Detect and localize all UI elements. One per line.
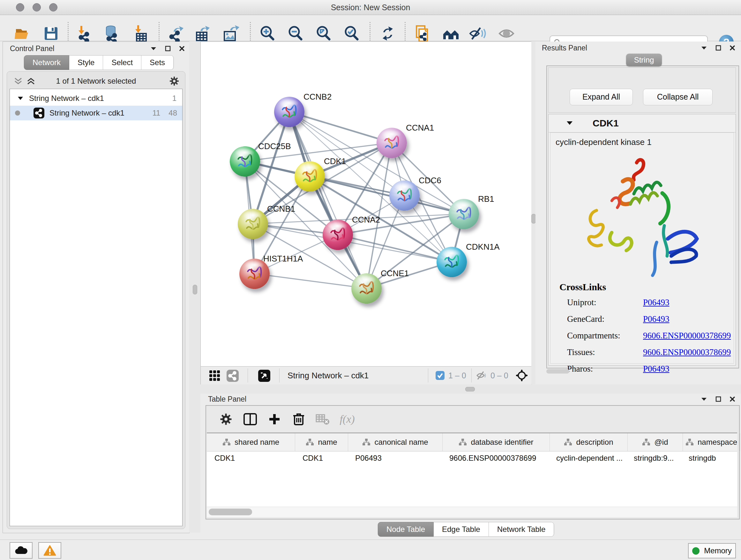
- network-node-CDKN1A[interactable]: [436, 247, 467, 277]
- network-edge[interactable]: [338, 235, 452, 262]
- expand-all-button[interactable]: Expand All: [569, 89, 633, 105]
- zoom-fit-icon[interactable]: [315, 24, 333, 43]
- tab-edge-table[interactable]: Edge Table: [434, 522, 489, 537]
- warnings-button[interactable]: [38, 542, 61, 559]
- float-panel-icon[interactable]: [701, 397, 707, 401]
- node-label-CCNB1: CCNB1: [267, 204, 295, 214]
- open-session-icon[interactable]: [13, 24, 31, 43]
- collapse-all-button[interactable]: Collapse All: [643, 89, 713, 105]
- right-splitter[interactable]: [531, 42, 536, 384]
- detach-view-icon[interactable]: [258, 370, 270, 382]
- close-panel-icon[interactable]: [730, 396, 735, 402]
- import-network-icon[interactable]: [75, 24, 92, 43]
- column-header-name[interactable]: name: [295, 433, 348, 451]
- network-row-selected[interactable]: String Network – cdk1 11 48: [10, 106, 182, 120]
- table-cell[interactable]: CDK1: [207, 451, 295, 466]
- tab-network[interactable]: Network: [24, 55, 69, 70]
- gene-card-header[interactable]: CDK1: [549, 114, 736, 132]
- zoom-selected-icon[interactable]: [343, 24, 360, 43]
- tab-style[interactable]: Style: [69, 55, 103, 70]
- column-header--id[interactable]: @id: [628, 433, 683, 451]
- maximize-panel-icon[interactable]: [716, 396, 721, 402]
- bottom-splitter[interactable]: [200, 384, 741, 394]
- crosslink-link[interactable]: P06493: [643, 364, 670, 374]
- home-icon[interactable]: [442, 24, 460, 43]
- show-all-icon[interactable]: [497, 24, 515, 43]
- network-view-icon[interactable]: [226, 370, 239, 382]
- close-panel-icon[interactable]: [179, 46, 185, 51]
- crosslink-link[interactable]: 9606.ENSP00000378699: [643, 331, 731, 341]
- table-row[interactable]: CDK1CDK1P064939606.ENSP00000378699cyclin…: [207, 451, 737, 466]
- crosslink-link[interactable]: P06493: [643, 298, 670, 307]
- network-options-gear-icon[interactable]: [169, 76, 179, 86]
- refresh-icon[interactable]: [379, 24, 397, 43]
- results-scrollbar[interactable]: [546, 369, 569, 374]
- network-canvas[interactable]: CCNB2 CCNA1 CDC25B CDK1: [200, 42, 532, 367]
- column-header-namespace[interactable]: namespace: [683, 433, 740, 451]
- table-cell[interactable]: stringdb: [681, 451, 738, 466]
- collection-expand-icon[interactable]: [17, 96, 23, 101]
- export-image-icon[interactable]: [222, 24, 240, 43]
- zoom-out-icon[interactable]: [286, 24, 305, 43]
- grid-view-icon[interactable]: [209, 370, 220, 381]
- right-splitter-handle[interactable]: [531, 214, 536, 224]
- node-gloss: [279, 99, 299, 108]
- bottom-splitter-handle[interactable]: [465, 387, 475, 391]
- table-cell[interactable]: CDK1: [295, 451, 347, 466]
- tab-network-table[interactable]: Network Table: [489, 522, 554, 537]
- network-node-CDC6[interactable]: [389, 180, 420, 211]
- network-node-RB1[interactable]: [449, 199, 479, 229]
- network-node-CCNB1[interactable]: [238, 209, 268, 239]
- add-column-icon[interactable]: [268, 413, 281, 426]
- column-header-shared-name[interactable]: shared name: [207, 433, 295, 451]
- zoom-in-icon[interactable]: [259, 24, 276, 43]
- gene-collapse-icon[interactable]: [566, 121, 573, 125]
- network-edge[interactable]: [254, 273, 366, 288]
- tab-string[interactable]: String: [626, 54, 662, 66]
- crosslink-row: Compartments:9606.ENSP00000378699: [567, 331, 730, 341]
- copy-document-icon[interactable]: [413, 24, 431, 43]
- selected-nodes-checkbox-icon[interactable]: [435, 371, 445, 380]
- left-splitter[interactable]: [189, 42, 200, 533]
- network-node-CCNA2[interactable]: [323, 220, 353, 250]
- network-node-CCNB2[interactable]: [274, 97, 305, 127]
- tab-node-table[interactable]: Node Table: [378, 522, 434, 537]
- network-node-CDK1[interactable]: [294, 161, 325, 192]
- export-table-icon[interactable]: [193, 24, 211, 43]
- table-options-gear-icon[interactable]: [219, 413, 232, 426]
- network-node-CCNA1[interactable]: [377, 128, 407, 158]
- cloud-status-button[interactable]: [10, 542, 32, 559]
- crosslink-link[interactable]: P06493: [643, 314, 670, 324]
- tab-sets[interactable]: Sets: [141, 55, 174, 70]
- delete-column-icon[interactable]: [293, 413, 305, 426]
- table-h-scrollbar[interactable]: [207, 507, 737, 517]
- hide-selected-icon[interactable]: [469, 24, 487, 43]
- birds-eye-view-icon[interactable]: [515, 369, 528, 382]
- float-panel-icon[interactable]: [701, 46, 707, 50]
- table-cell[interactable]: stringdb:9...: [626, 451, 681, 466]
- left-splitter-handle[interactable]: [193, 285, 197, 294]
- memory-button[interactable]: Memory: [688, 543, 736, 558]
- network-node-CDC25B[interactable]: [230, 146, 260, 177]
- network-collection-row[interactable]: String Network – cdk1 1: [10, 91, 182, 106]
- table-cell[interactable]: P06493: [347, 451, 442, 466]
- maximize-panel-icon[interactable]: [165, 46, 171, 51]
- table-h-scrollbar-thumb[interactable]: [209, 509, 252, 515]
- crosslink-link[interactable]: 9606.ENSP00000378699: [643, 348, 731, 357]
- import-table-icon[interactable]: [131, 24, 149, 43]
- column-header-database-identifier[interactable]: database identifier: [443, 433, 550, 451]
- import-database-icon[interactable]: [102, 24, 120, 43]
- maximize-panel-icon[interactable]: [716, 45, 721, 51]
- export-network-icon[interactable]: [168, 24, 186, 43]
- network-node-CCNE1[interactable]: [351, 273, 382, 304]
- save-session-icon[interactable]: [42, 24, 60, 43]
- table-cell[interactable]: cyclin-dependent ...: [549, 451, 626, 466]
- show-columns-icon[interactable]: [244, 413, 257, 425]
- float-panel-icon[interactable]: [150, 46, 157, 51]
- column-header-description[interactable]: description: [550, 433, 628, 451]
- table-cell[interactable]: 9606.ENSP00000378699: [442, 451, 549, 466]
- network-edge[interactable]: [289, 112, 392, 143]
- close-panel-icon[interactable]: [730, 45, 735, 51]
- column-header-canonical-name[interactable]: canonical name: [348, 433, 443, 451]
- tab-select[interactable]: Select: [103, 55, 141, 70]
